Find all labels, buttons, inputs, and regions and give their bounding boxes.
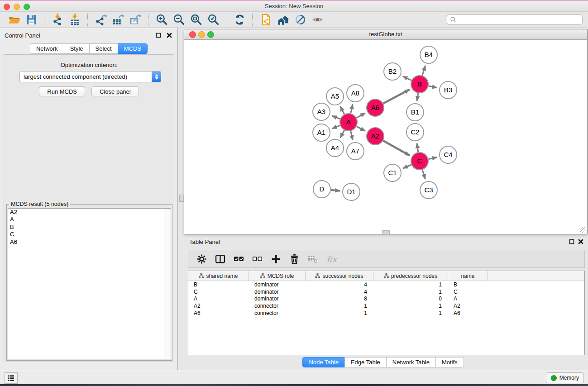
table-row[interactable]: Cdominator41C [188, 288, 584, 295]
graphics-details-icon[interactable] [293, 13, 307, 27]
tab-mcds[interactable]: MCDS [118, 43, 148, 54]
result-item[interactable]: C [8, 231, 171, 238]
edge-C-C2[interactable] [417, 143, 418, 152]
node-B2[interactable]: B2 [384, 63, 401, 80]
node-A6[interactable]: A6 [367, 99, 384, 116]
trash-icon[interactable] [288, 253, 300, 265]
column-header-name[interactable]: name [448, 271, 488, 281]
network-window-titlebar[interactable]: testGlobe.txt [184, 29, 587, 40]
cell-MCDS-role[interactable]: connector [249, 310, 306, 316]
result-item[interactable]: A6 [8, 238, 171, 246]
node-A[interactable]: A [340, 114, 357, 131]
cell-shared-name[interactable]: B [188, 281, 249, 288]
task-history-button[interactable] [5, 372, 18, 384]
cell-shared-name[interactable]: A6 [188, 310, 249, 316]
edge-A-A3[interactable] [332, 116, 340, 119]
export-table-icon[interactable] [111, 13, 125, 27]
cell-MCDS-role[interactable]: connector [249, 303, 306, 309]
edge-A-A2[interactable] [357, 126, 365, 131]
edge-D-D1[interactable] [331, 190, 340, 191]
node-B4[interactable]: B4 [420, 46, 437, 63]
edge-A-A4[interactable] [340, 130, 344, 138]
table-row[interactable]: Adominator80A [188, 295, 584, 303]
cell-successor-nodes[interactable]: 8 [306, 295, 373, 302]
cell-MCDS-role[interactable]: dominator [249, 281, 306, 288]
edge-A-A1[interactable] [332, 125, 340, 129]
mcds-result-list[interactable]: A2ABCA6 [8, 208, 171, 359]
table-close-button[interactable] [578, 238, 583, 244]
edge-C-C3[interactable] [422, 170, 425, 179]
tab-node-table[interactable]: Node Table [302, 357, 345, 367]
cell-predecessor-nodes[interactable]: 1 [373, 281, 448, 288]
zoom-out-icon[interactable] [172, 13, 186, 27]
eye-icon[interactable] [311, 13, 324, 27]
tab-edge-table[interactable]: Edge Table [344, 357, 387, 367]
search-field[interactable] [447, 14, 583, 25]
cell-predecessor-nodes[interactable]: 1 [373, 310, 448, 316]
zoom-in-icon[interactable] [155, 13, 168, 27]
network-canvas[interactable]: B4 B2 B B3 A8 A5 A6 A3 B1 A C2 A1 A2 A4 … [184, 40, 587, 234]
column-header-shared-name[interactable]: shared name [188, 271, 249, 281]
node-D1[interactable]: D1 [343, 183, 360, 200]
edge-A2-C[interactable] [383, 141, 410, 156]
node-A1[interactable]: A1 [313, 124, 330, 141]
home-icon[interactable] [276, 13, 290, 27]
deselect-all-icon[interactable] [251, 253, 263, 265]
cell-name[interactable]: A [448, 295, 488, 302]
node-C4[interactable]: C4 [440, 146, 457, 163]
cell-name[interactable]: C [448, 289, 488, 295]
tab-motifs[interactable]: Motifs [435, 357, 464, 367]
node-C2[interactable]: C2 [406, 124, 424, 141]
result-scrollbar[interactable] [164, 209, 171, 359]
export-image-icon[interactable] [129, 13, 142, 27]
gear-icon[interactable] [196, 253, 207, 265]
network-file-icon[interactable] [259, 13, 272, 27]
cell-name[interactable]: A6 [448, 310, 488, 316]
search-input[interactable] [457, 16, 582, 24]
cell-predecessor-nodes[interactable]: 1 [373, 289, 448, 295]
result-item[interactable]: B [8, 224, 171, 231]
edge-A-A7[interactable] [351, 131, 353, 140]
node-A3[interactable]: A3 [313, 103, 330, 120]
resize-grip-icon[interactable] [580, 227, 586, 233]
select-all-icon[interactable] [233, 253, 244, 265]
run-mcds-button[interactable]: Run MCDS [39, 86, 85, 96]
split-panel-icon[interactable] [214, 253, 226, 265]
cell-MCDS-role[interactable]: dominator [249, 295, 306, 302]
node-A8[interactable]: A8 [347, 85, 364, 102]
column-header-successor-nodes[interactable]: successor nodes [306, 271, 373, 281]
open-icon[interactable] [7, 13, 21, 27]
edge-B-B4[interactable] [422, 66, 425, 76]
cell-successor-nodes[interactable]: 1 [306, 310, 373, 316]
save-icon[interactable] [24, 13, 38, 27]
edge-C-C1[interactable] [403, 165, 411, 168]
cell-successor-nodes[interactable]: 1 [306, 303, 373, 309]
column-header-MCDS-role[interactable]: MCDS role [249, 271, 306, 281]
cell-predecessor-nodes[interactable]: 1 [373, 303, 448, 309]
tab-network-table[interactable]: Network Table [386, 357, 436, 367]
edge-A6-B[interactable] [383, 90, 410, 104]
import-table-icon[interactable] [68, 13, 81, 27]
cell-name[interactable]: B [448, 281, 488, 288]
cell-predecessor-nodes[interactable]: 0 [373, 295, 448, 302]
table-float-button[interactable] [569, 238, 574, 244]
cell-shared-name[interactable]: A2 [188, 303, 249, 309]
float-panel-button[interactable] [155, 32, 161, 38]
node-B3[interactable]: B3 [440, 81, 457, 99]
zoom-fit-icon[interactable] [189, 13, 203, 27]
vertical-splitter-grip[interactable] [179, 195, 184, 202]
import-network-icon[interactable] [51, 13, 64, 27]
tab-style[interactable]: Style [64, 43, 90, 54]
node-A5[interactable]: A5 [326, 88, 344, 105]
edge-B-B3[interactable] [429, 86, 437, 88]
add-icon[interactable] [270, 253, 282, 265]
cell-successor-nodes[interactable]: 4 [306, 281, 373, 288]
tab-network[interactable]: Network [30, 43, 64, 54]
node-C[interactable]: C [411, 152, 428, 170]
edge-A-A6[interactable] [357, 113, 365, 118]
cell-name[interactable]: A2 [448, 303, 488, 309]
export-network-icon[interactable] [94, 13, 108, 27]
tab-select[interactable]: Select [89, 43, 118, 54]
column-header-predecessor-nodes[interactable]: predecessor nodes [373, 271, 448, 281]
table-row[interactable]: A2connector11A2 [188, 302, 584, 310]
